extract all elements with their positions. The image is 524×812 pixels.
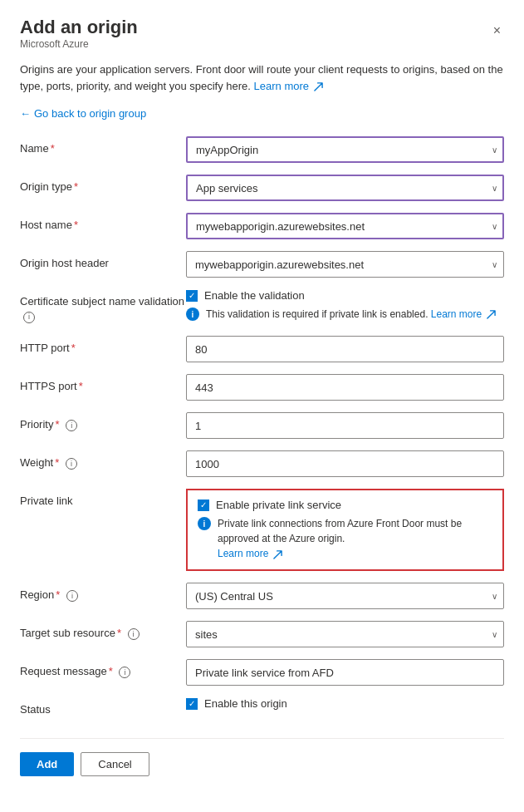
origin-type-control: App services Storage Cloud service Web A… (186, 175, 504, 201)
certificate-info-text: This validation is required if private l… (206, 307, 496, 322)
target-sub-resource-label: Target sub resource* i (20, 621, 186, 641)
private-link-row: Private link Enable private link service… (20, 489, 504, 571)
host-name-control: mywebapporigin.azurewebsites.net ∨ (186, 213, 504, 239)
certificate-validation-row: Certificate subject name validation i En… (20, 289, 504, 324)
status-control: Enable this origin (186, 697, 504, 715)
origin-type-label: Origin type* (20, 175, 186, 194)
priority-info-icon[interactable]: i (66, 420, 77, 431)
back-to-origin-group-link[interactable]: ← Go back to origin group (20, 107, 146, 120)
certificate-info-circle-icon: i (186, 308, 199, 321)
certificate-checkbox-row: Enable the validation (186, 289, 504, 302)
origin-type-dropdown[interactable]: App services Storage Cloud service Web A… (186, 175, 504, 201)
priority-label: Priority* i (20, 412, 186, 432)
name-dropdown[interactable]: myAppOrigin (186, 136, 504, 163)
weight-info-icon[interactable]: i (66, 458, 77, 470)
request-message-input[interactable] (186, 659, 504, 686)
dialog-footer: Add Cancel (20, 738, 504, 793)
priority-input[interactable] (186, 412, 504, 439)
target-sub-resource-dropdown[interactable]: sites (186, 621, 504, 647)
origin-type-row: Origin type* App services Storage Cloud … (20, 175, 504, 201)
description-learn-more-link[interactable]: Learn more (254, 80, 323, 92)
status-row: Status Enable this origin (20, 697, 504, 717)
description-text: Origins are your application servers. Fr… (20, 62, 504, 94)
weight-control (186, 450, 504, 477)
region-label: Region* i (20, 583, 186, 603)
host-name-label: Host name* (20, 213, 186, 233)
private-link-checkbox-row: Enable private link service (198, 499, 492, 511)
certificate-checkbox-label: Enable the validation (204, 289, 305, 302)
private-link-box: Enable private link service i Private li… (186, 489, 504, 571)
https-port-row: HTTPS port* (20, 374, 504, 401)
target-sub-resource-row: Target sub resource* i sites ∨ (20, 621, 504, 647)
private-link-info-box: i Private link connections from Azure Fr… (198, 516, 492, 561)
certificate-external-link-icon (487, 310, 496, 319)
back-arrow-icon: ← (20, 107, 31, 120)
request-message-row: Request message* i (20, 659, 504, 686)
certificate-validation-label: Certificate subject name validation i (20, 289, 186, 324)
target-sub-resource-info-icon[interactable]: i (128, 628, 140, 640)
request-message-label: Request message* i (20, 659, 186, 679)
priority-row: Priority* i (20, 412, 504, 439)
certificate-validation-control: Enable the validation i This validation … (186, 289, 504, 322)
priority-control (186, 412, 504, 439)
private-link-info-circle-icon: i (198, 517, 211, 530)
origin-host-header-label: Origin host header (20, 251, 186, 271)
dialog-title: Add an origin (20, 17, 138, 38)
http-port-label: HTTP port* (20, 336, 186, 356)
name-label: Name* (20, 136, 186, 156)
close-button[interactable]: × (490, 20, 504, 42)
https-port-control (186, 374, 504, 401)
region-row: Region* i (US) Central US (US) East US (… (20, 583, 504, 609)
dialog-subtitle: Microsoft Azure (20, 38, 138, 50)
https-port-label: HTTPS port* (20, 374, 186, 394)
certificate-info-box: i This validation is required if private… (186, 307, 504, 322)
origin-host-header-dropdown[interactable]: mywebapporigin.azurewebsites.net (186, 251, 504, 278)
region-dropdown[interactable]: (US) Central US (US) East US (US) West U… (186, 583, 504, 609)
private-link-checkbox[interactable] (198, 500, 209, 511)
status-label: Status (20, 697, 186, 717)
host-name-dropdown[interactable]: mywebapporigin.azurewebsites.net (186, 213, 504, 239)
http-port-input[interactable] (186, 336, 504, 362)
certificate-validation-info-icon[interactable]: i (23, 312, 35, 323)
https-port-input[interactable] (186, 374, 504, 401)
target-sub-resource-control: sites ∨ (186, 621, 504, 647)
weight-label: Weight* i (20, 450, 186, 470)
status-checkbox[interactable] (186, 698, 198, 710)
origin-host-header-row: Origin host header mywebapporigin.azurew… (20, 251, 504, 278)
host-name-row: Host name* mywebapporigin.azurewebsites.… (20, 213, 504, 239)
certificate-validation-checkbox[interactable] (186, 290, 198, 302)
http-port-row: HTTP port* (20, 336, 504, 362)
private-link-external-link-icon (273, 550, 282, 559)
http-port-control (186, 336, 504, 362)
private-link-checkbox-label: Enable private link service (216, 499, 341, 511)
add-origin-dialog: Add an origin Microsoft Azure × Origins … (0, 0, 524, 812)
region-control: (US) Central US (US) East US (US) West U… (186, 583, 504, 609)
private-link-info-text: Private link connections from Azure Fron… (218, 516, 492, 561)
external-link-icon (314, 82, 323, 91)
request-message-info-icon[interactable]: i (119, 667, 130, 678)
add-button[interactable]: Add (20, 752, 74, 776)
origin-host-header-control: mywebapporigin.azurewebsites.net ∨ (186, 251, 504, 278)
cancel-button[interactable]: Cancel (81, 752, 149, 776)
name-row: Name* myAppOrigin ∨ (20, 136, 504, 163)
private-link-label: Private link (20, 489, 186, 509)
status-checkbox-label: Enable this origin (204, 697, 287, 710)
private-link-control: Enable private link service i Private li… (186, 489, 504, 571)
weight-input[interactable] (186, 450, 504, 477)
weight-row: Weight* i (20, 450, 504, 477)
name-control: myAppOrigin ∨ (186, 136, 504, 163)
region-info-icon[interactable]: i (66, 590, 78, 602)
certificate-learn-more-link[interactable]: Learn more (431, 308, 496, 320)
status-checkbox-row: Enable this origin (186, 697, 504, 710)
dialog-header: Add an origin Microsoft Azure × (20, 17, 504, 60)
private-link-learn-more-link[interactable]: Learn more (218, 548, 282, 559)
request-message-control (186, 659, 504, 686)
